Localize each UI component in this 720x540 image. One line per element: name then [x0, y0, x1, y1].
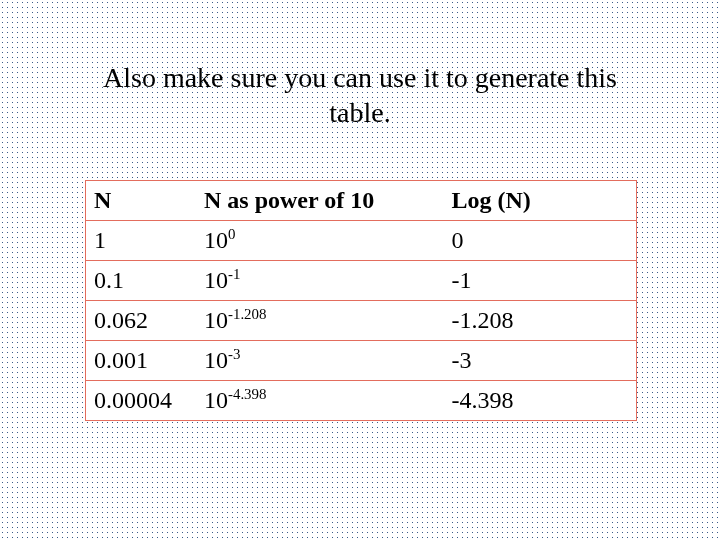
pow-base: 10 — [204, 307, 228, 333]
cell-pow: 10-4.398 — [196, 381, 444, 421]
pow-exp: 0 — [228, 226, 235, 242]
cell-n: 1 — [86, 221, 196, 261]
cell-pow: 10-3 — [196, 341, 444, 381]
pow-base: 10 — [204, 267, 228, 293]
cell-n: 0.00004 — [86, 381, 196, 421]
header-n: N — [86, 181, 196, 221]
cell-log: -1.208 — [444, 301, 637, 341]
table-row: 0.1 10-1 -1 — [86, 261, 636, 301]
table-row: 1 100 0 — [86, 221, 636, 261]
cell-n: 0.001 — [86, 341, 196, 381]
cell-log: -4.398 — [444, 381, 637, 421]
cell-n: 0.062 — [86, 301, 196, 341]
pow-base: 10 — [204, 387, 228, 413]
caption-line-2: table. — [329, 97, 390, 128]
cell-pow: 10-1 — [196, 261, 444, 301]
caption-line-1: Also make sure you can use it to generat… — [103, 62, 617, 93]
table-header-row: N N as power of 10 Log (N) — [86, 181, 636, 221]
pow-exp: -1.208 — [228, 306, 266, 322]
cell-log: 0 — [444, 221, 637, 261]
log-table: N N as power of 10 Log (N) 1 100 0 0.1 1… — [86, 181, 636, 420]
pow-base: 10 — [204, 227, 228, 253]
table-row: 0.00004 10-4.398 -4.398 — [86, 381, 636, 421]
header-log: Log (N) — [444, 181, 637, 221]
pow-exp: -4.398 — [228, 386, 266, 402]
cell-log: -1 — [444, 261, 637, 301]
table-row: 0.062 10-1.208 -1.208 — [86, 301, 636, 341]
log-table-container: N N as power of 10 Log (N) 1 100 0 0.1 1… — [85, 180, 637, 421]
slide-caption: Also make sure you can use it to generat… — [0, 0, 720, 130]
header-pow: N as power of 10 — [196, 181, 444, 221]
cell-pow: 10-1.208 — [196, 301, 444, 341]
pow-exp: -1 — [228, 266, 240, 282]
pow-exp: -3 — [228, 346, 240, 362]
table-row: 0.001 10-3 -3 — [86, 341, 636, 381]
cell-n: 0.1 — [86, 261, 196, 301]
cell-log: -3 — [444, 341, 637, 381]
pow-base: 10 — [204, 347, 228, 373]
cell-pow: 100 — [196, 221, 444, 261]
